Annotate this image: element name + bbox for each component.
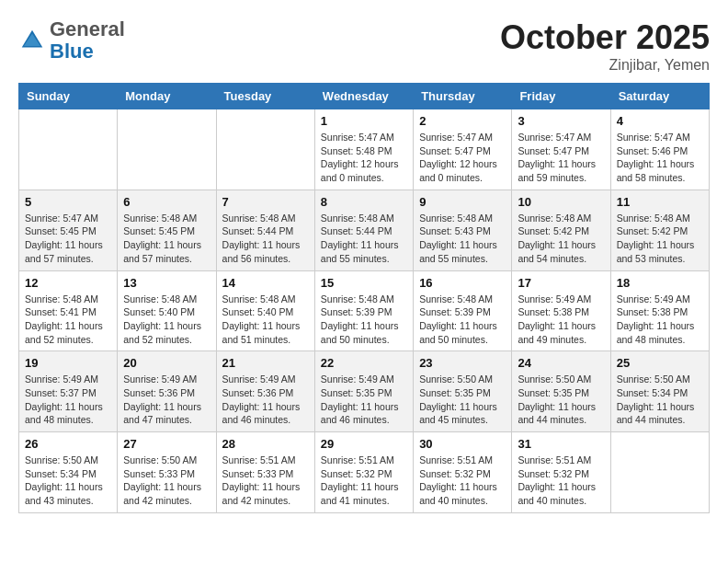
day-number: 26 <box>25 437 111 451</box>
day-info: Sunrise: 5:48 AM Sunset: 5:43 PM Dayligh… <box>419 212 506 266</box>
day-number: 16 <box>419 276 506 290</box>
day-number: 10 <box>518 195 604 209</box>
month-title: October 2025 <box>500 18 710 57</box>
day-number: 22 <box>321 356 407 370</box>
calendar-cell: 16Sunrise: 5:48 AM Sunset: 5:39 PM Dayli… <box>414 270 512 351</box>
calendar-cell: 25Sunrise: 5:50 AM Sunset: 5:34 PM Dayli… <box>610 351 709 432</box>
day-info: Sunrise: 5:50 AM Sunset: 5:35 PM Dayligh… <box>518 373 604 427</box>
calendar-cell <box>216 109 314 190</box>
day-info: Sunrise: 5:47 AM Sunset: 5:47 PM Dayligh… <box>518 131 604 185</box>
day-info: Sunrise: 5:48 AM Sunset: 5:40 PM Dayligh… <box>123 293 210 347</box>
day-info: Sunrise: 5:48 AM Sunset: 5:44 PM Dayligh… <box>222 212 309 266</box>
calendar-cell: 20Sunrise: 5:49 AM Sunset: 5:36 PM Dayli… <box>118 351 216 432</box>
day-info: Sunrise: 5:50 AM Sunset: 5:34 PM Dayligh… <box>25 454 111 508</box>
calendar-cell: 24Sunrise: 5:50 AM Sunset: 5:35 PM Dayli… <box>512 351 610 432</box>
page-header: General Blue October 2025 Zinjibar, Yeme… <box>18 18 710 74</box>
day-info: Sunrise: 5:47 AM Sunset: 5:46 PM Dayligh… <box>617 131 703 185</box>
day-number: 11 <box>617 195 703 209</box>
weekday-header-thursday: Thursday <box>414 84 512 109</box>
calendar-cell: 10Sunrise: 5:48 AM Sunset: 5:42 PM Dayli… <box>512 190 610 270</box>
day-info: Sunrise: 5:49 AM Sunset: 5:38 PM Dayligh… <box>617 293 703 347</box>
day-number: 31 <box>518 437 604 451</box>
day-number: 24 <box>518 356 604 370</box>
day-number: 14 <box>222 276 309 290</box>
day-info: Sunrise: 5:48 AM Sunset: 5:39 PM Dayligh… <box>321 293 407 347</box>
day-number: 6 <box>123 195 210 209</box>
day-number: 4 <box>617 114 703 128</box>
day-info: Sunrise: 5:48 AM Sunset: 5:39 PM Dayligh… <box>419 293 506 347</box>
day-info: Sunrise: 5:48 AM Sunset: 5:45 PM Dayligh… <box>123 212 210 266</box>
calendar-cell: 28Sunrise: 5:51 AM Sunset: 5:33 PM Dayli… <box>216 432 314 513</box>
day-info: Sunrise: 5:48 AM Sunset: 5:44 PM Dayligh… <box>321 212 407 266</box>
day-info: Sunrise: 5:49 AM Sunset: 5:37 PM Dayligh… <box>25 373 111 427</box>
calendar-cell <box>610 432 709 513</box>
day-number: 20 <box>123 356 210 370</box>
day-info: Sunrise: 5:50 AM Sunset: 5:34 PM Dayligh… <box>617 373 703 427</box>
day-number: 15 <box>321 276 407 290</box>
day-number: 23 <box>419 356 506 370</box>
day-info: Sunrise: 5:51 AM Sunset: 5:32 PM Dayligh… <box>518 454 604 508</box>
calendar-cell: 19Sunrise: 5:49 AM Sunset: 5:37 PM Dayli… <box>19 351 118 432</box>
calendar-cell <box>19 109 118 190</box>
day-number: 29 <box>321 437 407 451</box>
calendar-cell: 30Sunrise: 5:51 AM Sunset: 5:32 PM Dayli… <box>414 432 512 513</box>
calendar-cell: 29Sunrise: 5:51 AM Sunset: 5:32 PM Dayli… <box>314 432 413 513</box>
day-info: Sunrise: 5:51 AM Sunset: 5:32 PM Dayligh… <box>321 454 407 508</box>
day-info: Sunrise: 5:48 AM Sunset: 5:42 PM Dayligh… <box>617 212 703 266</box>
day-info: Sunrise: 5:49 AM Sunset: 5:35 PM Dayligh… <box>321 373 407 427</box>
calendar-cell <box>118 109 216 190</box>
calendar-cell: 13Sunrise: 5:48 AM Sunset: 5:40 PM Dayli… <box>118 270 216 351</box>
week-row-3: 12Sunrise: 5:48 AM Sunset: 5:41 PM Dayli… <box>19 270 710 351</box>
calendar-cell: 18Sunrise: 5:49 AM Sunset: 5:38 PM Dayli… <box>610 270 709 351</box>
day-info: Sunrise: 5:51 AM Sunset: 5:32 PM Dayligh… <box>419 454 506 508</box>
calendar-cell: 6Sunrise: 5:48 AM Sunset: 5:45 PM Daylig… <box>118 190 216 270</box>
calendar-cell: 3Sunrise: 5:47 AM Sunset: 5:47 PM Daylig… <box>512 109 610 190</box>
day-info: Sunrise: 5:50 AM Sunset: 5:35 PM Dayligh… <box>419 373 506 427</box>
day-info: Sunrise: 5:49 AM Sunset: 5:38 PM Dayligh… <box>518 293 604 347</box>
day-info: Sunrise: 5:51 AM Sunset: 5:33 PM Dayligh… <box>222 454 309 508</box>
calendar-cell: 27Sunrise: 5:50 AM Sunset: 5:33 PM Dayli… <box>118 432 216 513</box>
calendar-table: SundayMondayTuesdayWednesdayThursdayFrid… <box>18 83 710 513</box>
day-info: Sunrise: 5:48 AM Sunset: 5:42 PM Dayligh… <box>518 212 604 266</box>
day-number: 3 <box>518 114 604 128</box>
day-number: 18 <box>617 276 703 290</box>
weekday-header-monday: Monday <box>118 84 216 109</box>
logo-blue: Blue <box>50 40 94 63</box>
calendar-cell: 8Sunrise: 5:48 AM Sunset: 5:44 PM Daylig… <box>314 190 413 270</box>
logo-general: General <box>50 17 125 40</box>
day-info: Sunrise: 5:48 AM Sunset: 5:41 PM Dayligh… <box>25 293 111 347</box>
day-info: Sunrise: 5:47 AM Sunset: 5:47 PM Dayligh… <box>419 131 506 185</box>
day-number: 1 <box>321 114 407 128</box>
calendar-cell: 12Sunrise: 5:48 AM Sunset: 5:41 PM Dayli… <box>19 270 118 351</box>
day-number: 9 <box>419 195 506 209</box>
day-info: Sunrise: 5:49 AM Sunset: 5:36 PM Dayligh… <box>222 373 309 427</box>
day-number: 27 <box>123 437 210 451</box>
day-number: 21 <box>222 356 309 370</box>
logo-icon <box>18 27 46 54</box>
week-row-5: 26Sunrise: 5:50 AM Sunset: 5:34 PM Dayli… <box>19 432 710 513</box>
weekday-header-sunday: Sunday <box>19 84 118 109</box>
calendar-cell: 26Sunrise: 5:50 AM Sunset: 5:34 PM Dayli… <box>19 432 118 513</box>
day-number: 7 <box>222 195 309 209</box>
calendar-cell: 4Sunrise: 5:47 AM Sunset: 5:46 PM Daylig… <box>610 109 709 190</box>
day-number: 17 <box>518 276 604 290</box>
weekday-header-tuesday: Tuesday <box>216 84 314 109</box>
calendar-cell: 1Sunrise: 5:47 AM Sunset: 5:48 PM Daylig… <box>314 109 413 190</box>
day-number: 13 <box>123 276 210 290</box>
calendar-cell: 23Sunrise: 5:50 AM Sunset: 5:35 PM Dayli… <box>414 351 512 432</box>
day-number: 2 <box>419 114 506 128</box>
day-number: 25 <box>617 356 703 370</box>
weekday-header-saturday: Saturday <box>610 84 709 109</box>
day-number: 8 <box>321 195 407 209</box>
day-info: Sunrise: 5:47 AM Sunset: 5:48 PM Dayligh… <box>321 131 407 185</box>
day-number: 12 <box>25 276 111 290</box>
calendar-cell: 14Sunrise: 5:48 AM Sunset: 5:40 PM Dayli… <box>216 270 314 351</box>
calendar-cell: 5Sunrise: 5:47 AM Sunset: 5:45 PM Daylig… <box>19 190 118 270</box>
calendar-cell: 11Sunrise: 5:48 AM Sunset: 5:42 PM Dayli… <box>610 190 709 270</box>
day-number: 19 <box>25 356 111 370</box>
logo-text: General Blue <box>50 18 125 63</box>
week-row-1: 1Sunrise: 5:47 AM Sunset: 5:48 PM Daylig… <box>19 109 710 190</box>
calendar-cell: 7Sunrise: 5:48 AM Sunset: 5:44 PM Daylig… <box>216 190 314 270</box>
week-row-4: 19Sunrise: 5:49 AM Sunset: 5:37 PM Dayli… <box>19 351 710 432</box>
calendar-cell: 9Sunrise: 5:48 AM Sunset: 5:43 PM Daylig… <box>414 190 512 270</box>
